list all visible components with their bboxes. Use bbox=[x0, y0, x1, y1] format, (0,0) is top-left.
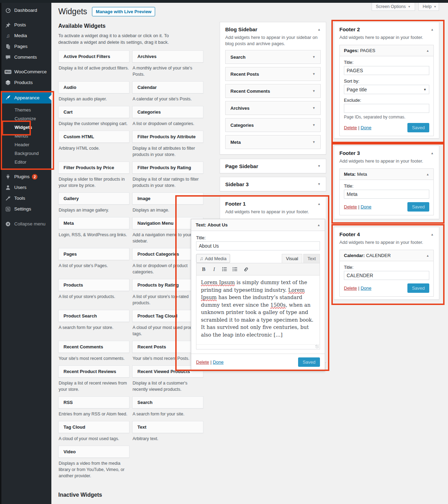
text-title-input[interactable] bbox=[196, 241, 320, 250]
sidebar-item-appearance[interactable]: Appearance bbox=[1, 92, 51, 104]
chevron-down-icon[interactable]: ▼ bbox=[312, 89, 315, 93]
chevron-up-icon[interactable]: ▲ bbox=[431, 151, 434, 155]
widget-card[interactable]: Cart bbox=[58, 106, 129, 118]
sidebar-item-posts[interactable]: Posts bbox=[1, 19, 51, 30]
sidebar-item-tools[interactable]: Tools bbox=[1, 193, 51, 204]
chevron-down-icon[interactable]: ▼ bbox=[312, 123, 315, 127]
saved-button[interactable]: Saved bbox=[298, 357, 320, 367]
widget-card[interactable]: Gallery bbox=[58, 192, 129, 205]
calendar-title-input[interactable] bbox=[344, 271, 429, 280]
text-widget-header[interactable]: Text:About Us ▲ bbox=[191, 219, 325, 231]
resize-handle[interactable] bbox=[315, 345, 319, 348]
submenu-item-customize[interactable]: Customize bbox=[1, 114, 51, 123]
calendar-widget-header[interactable]: Calendar:CALENDER ▲ bbox=[340, 250, 433, 261]
widget-card[interactable]: Meta bbox=[58, 217, 129, 229]
link-icon[interactable] bbox=[241, 265, 250, 273]
sidebar-item-plugins[interactable]: Plugins 2 bbox=[1, 171, 51, 182]
chevron-up-icon[interactable]: ▲ bbox=[318, 28, 321, 31]
chevron-up-icon[interactable]: ▲ bbox=[431, 28, 434, 31]
collapse-menu-button[interactable]: Collapse menu bbox=[1, 218, 51, 229]
pages-widget-header[interactable]: Pages:PAGES ▲ bbox=[340, 45, 433, 56]
numbered-list-icon[interactable] bbox=[230, 265, 239, 273]
saved-button[interactable]: Saved bbox=[407, 123, 429, 132]
meta-title-input[interactable] bbox=[344, 190, 429, 199]
widget-card[interactable]: Search bbox=[132, 396, 203, 408]
exclude-input[interactable] bbox=[344, 104, 429, 113]
page-sidebar-panel[interactable]: Page Sidebar ▼ bbox=[220, 159, 326, 173]
done-link[interactable]: Done bbox=[361, 204, 371, 209]
sidebar-widget-row[interactable]: Recent Posts▼ bbox=[225, 67, 321, 81]
widget-card[interactable]: Pages bbox=[58, 248, 129, 260]
chevron-up-icon[interactable]: ▲ bbox=[317, 223, 320, 227]
widget-card[interactable]: Calendar bbox=[132, 81, 203, 93]
done-link[interactable]: Done bbox=[361, 286, 371, 291]
sidebar-widget-row[interactable]: Archives▼ bbox=[225, 101, 321, 115]
chevron-up-icon[interactable]: ▲ bbox=[431, 233, 434, 236]
sidebar-item-woocommerce[interactable]: Woo WooCommerce bbox=[1, 66, 51, 77]
widget-card[interactable]: Text bbox=[132, 421, 203, 433]
submenu-item-header[interactable]: Header bbox=[1, 140, 51, 149]
manage-live-preview-button[interactable]: Manage with Live Preview bbox=[92, 7, 155, 16]
widget-card[interactable]: Tag Cloud bbox=[58, 421, 129, 433]
tab-visual[interactable]: Visual bbox=[282, 254, 302, 263]
submenu-item-background[interactable]: Background bbox=[1, 149, 51, 158]
submenu-item-menus[interactable]: Menus bbox=[1, 132, 51, 140]
widget-card[interactable]: Products bbox=[58, 279, 129, 291]
saved-button[interactable]: Saved bbox=[407, 202, 429, 212]
sidebar-item-comments[interactable]: Comments bbox=[1, 52, 51, 63]
chevron-down-icon[interactable]: ▼ bbox=[318, 164, 321, 168]
widget-card[interactable]: Recent Product Reviews bbox=[58, 365, 129, 378]
chevron-down-icon[interactable]: ▼ bbox=[312, 106, 315, 110]
sidebar-item-pages[interactable]: Pages bbox=[1, 41, 51, 52]
widget-card[interactable]: RSS bbox=[58, 396, 129, 408]
widget-card[interactable]: Custom HTML bbox=[58, 131, 129, 143]
tab-text[interactable]: Text bbox=[303, 254, 320, 263]
editor-content[interactable]: Lorem Ipsum is simply dummy text of the … bbox=[196, 275, 320, 344]
sidebar-item-users[interactable]: Users bbox=[1, 182, 51, 193]
chevron-down-icon[interactable]: ▼ bbox=[312, 55, 315, 59]
widget-card[interactable]: Filter Products by Price bbox=[58, 162, 129, 174]
chevron-down-icon[interactable]: ▼ bbox=[318, 182, 321, 186]
sidebar-widget-row[interactable]: Search▼ bbox=[225, 50, 321, 64]
delete-link[interactable]: Delete bbox=[344, 204, 357, 209]
submenu-item-themes[interactable]: Themes bbox=[1, 106, 51, 114]
meta-widget-header[interactable]: Meta:Meta ▲ bbox=[340, 169, 433, 180]
submenu-item-editor[interactable]: Editor bbox=[1, 158, 51, 166]
sidebar-widget-row[interactable]: Categories▼ bbox=[225, 118, 321, 132]
screen-options-button[interactable]: Screen Options ▼ bbox=[372, 3, 415, 11]
sidebar-3-panel[interactable]: Sidebar 3 ▼ bbox=[220, 177, 326, 191]
chevron-up-icon[interactable]: ▲ bbox=[318, 202, 321, 206]
help-button[interactable]: Help ▼ bbox=[419, 3, 439, 11]
sidebar-item-dashboard[interactable]: Dashboard bbox=[1, 5, 51, 16]
bullet-list-icon[interactable] bbox=[220, 265, 229, 273]
bold-icon[interactable]: B bbox=[199, 265, 208, 273]
done-link[interactable]: Done bbox=[213, 360, 223, 365]
widget-card[interactable]: Recent Comments bbox=[58, 341, 129, 353]
widget-card[interactable]: Archives bbox=[132, 50, 203, 63]
add-media-button[interactable]: ♫ Add Media bbox=[196, 254, 230, 263]
widget-card[interactable]: Categories bbox=[132, 106, 203, 118]
saved-button[interactable]: Saved bbox=[407, 283, 429, 293]
chevron-up-icon[interactable]: ▲ bbox=[426, 173, 429, 176]
widget-card[interactable]: Image bbox=[132, 192, 203, 205]
delete-link[interactable]: Delete bbox=[344, 125, 357, 130]
delete-link[interactable]: Delete bbox=[196, 360, 209, 365]
widget-card[interactable]: Active Product Filters bbox=[58, 50, 129, 63]
widget-card[interactable]: Video bbox=[58, 446, 129, 458]
widget-card[interactable]: Audio bbox=[58, 81, 129, 93]
chevron-up-icon[interactable]: ▲ bbox=[426, 49, 429, 52]
delete-link[interactable]: Delete bbox=[344, 286, 357, 291]
done-link[interactable]: Done bbox=[361, 125, 371, 130]
italic-icon[interactable]: I bbox=[210, 265, 219, 273]
widget-card[interactable]: Filter Products by Rating bbox=[132, 162, 203, 174]
sidebar-widget-row[interactable]: Recent Comments▼ bbox=[225, 84, 321, 98]
widget-card[interactable]: Filter Products by Attribute bbox=[132, 131, 203, 143]
pages-title-input[interactable] bbox=[344, 66, 429, 75]
chevron-up-icon[interactable]: ▲ bbox=[426, 254, 429, 257]
submenu-item-widgets[interactable]: Widgets bbox=[1, 123, 51, 132]
chevron-down-icon[interactable]: ▼ bbox=[312, 140, 315, 144]
sidebar-item-products[interactable]: Products bbox=[1, 77, 51, 88]
sidebar-item-settings[interactable]: Settings bbox=[1, 204, 51, 214]
sidebar-widget-row[interactable]: Meta▼ bbox=[225, 135, 321, 149]
widget-card[interactable]: Product Search bbox=[58, 310, 129, 322]
